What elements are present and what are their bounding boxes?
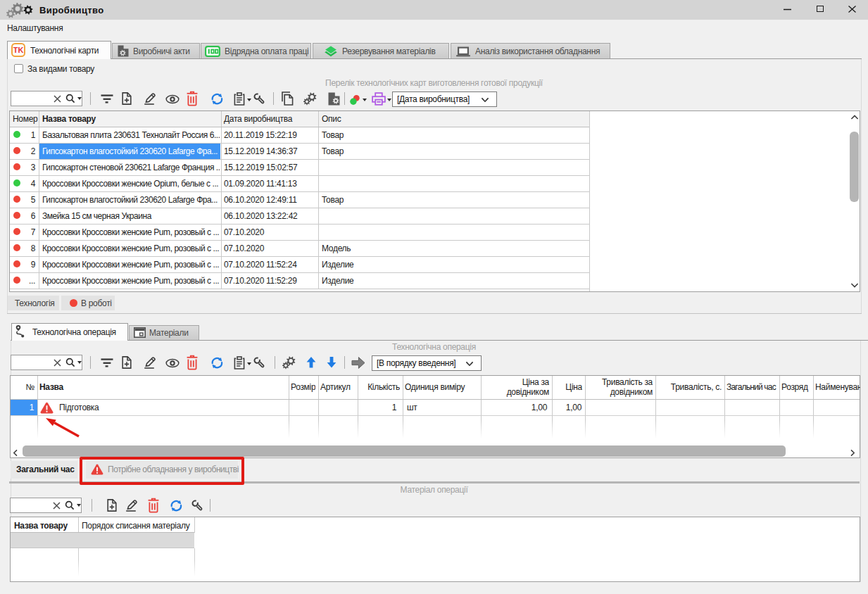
svg-text:TK: TK xyxy=(13,46,24,54)
